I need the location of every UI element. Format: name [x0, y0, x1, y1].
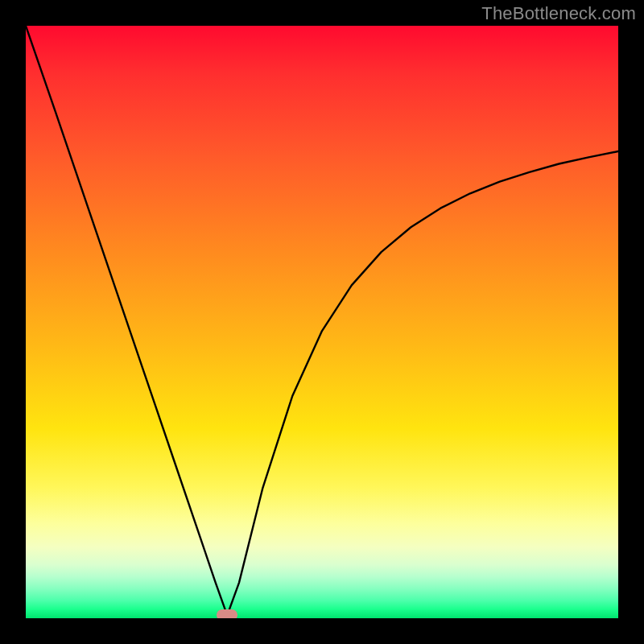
optimal-point-marker — [217, 609, 237, 618]
plot-area — [26, 26, 618, 618]
watermark-text: TheBottleneck.com — [481, 3, 636, 24]
chart-frame: TheBottleneck.com — [0, 0, 644, 644]
bottleneck-curve — [26, 26, 618, 618]
